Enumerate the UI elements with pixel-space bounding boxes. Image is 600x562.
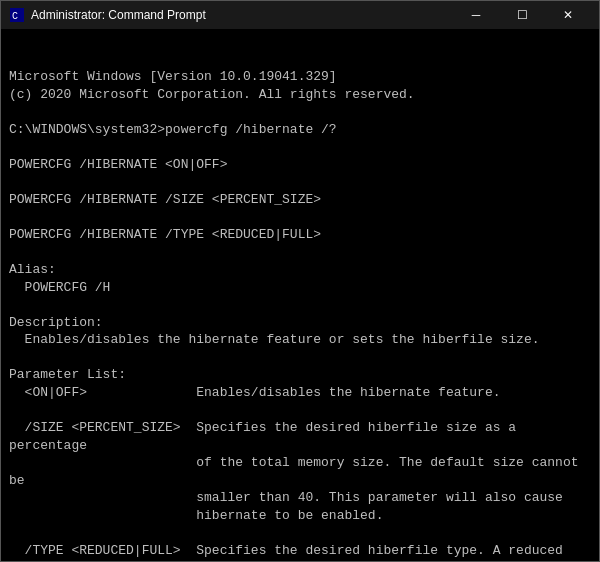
console-line: [9, 296, 591, 314]
console-line: Alias:: [9, 261, 591, 279]
console-line: Description:: [9, 314, 591, 332]
console-line: [9, 208, 591, 226]
console-line: Parameter List:: [9, 366, 591, 384]
svg-text:C: C: [12, 11, 18, 22]
window-title: Administrator: Command Prompt: [31, 8, 453, 22]
console-line: [9, 138, 591, 156]
console-line: Enables/disables the hibernate feature o…: [9, 331, 591, 349]
console-line: POWERCFG /HIBERNATE <ON|OFF>: [9, 156, 591, 174]
console-line: [9, 103, 591, 121]
cmd-window: C Administrator: Command Prompt ─ ☐ ✕ Mi…: [0, 0, 600, 562]
console-line: POWERCFG /HIBERNATE /SIZE <PERCENT_SIZE>: [9, 191, 591, 209]
console-content: Microsoft Windows [Version 10.0.19041.32…: [9, 68, 591, 561]
console-line: [9, 524, 591, 542]
console-line: hibernate to be enabled.: [9, 507, 591, 525]
console-line: POWERCFG /H: [9, 279, 591, 297]
console-line: <ON|OFF> Enables/disables the hibernate …: [9, 384, 591, 402]
title-bar: C Administrator: Command Prompt ─ ☐ ✕: [1, 1, 599, 29]
console-line: [9, 173, 591, 191]
cmd-icon: C: [9, 7, 25, 23]
maximize-button[interactable]: ☐: [499, 1, 545, 29]
console-line: hiberfile only supports hiberboot.: [9, 559, 591, 561]
console-line: C:\WINDOWS\system32>powercfg /hibernate …: [9, 121, 591, 139]
console-line: [9, 244, 591, 262]
console-line: [9, 401, 591, 419]
console-line: Microsoft Windows [Version 10.0.19041.32…: [9, 68, 591, 86]
console-line: /TYPE <REDUCED|FULL> Specifies the desir…: [9, 542, 591, 560]
window-controls: ─ ☐ ✕: [453, 1, 591, 29]
minimize-button[interactable]: ─: [453, 1, 499, 29]
console-line: POWERCFG /HIBERNATE /TYPE <REDUCED|FULL>: [9, 226, 591, 244]
close-button[interactable]: ✕: [545, 1, 591, 29]
console-line: of the total memory size. The default si…: [9, 454, 591, 489]
console-line: /SIZE <PERCENT_SIZE> Specifies the desir…: [9, 419, 591, 454]
console-area[interactable]: Microsoft Windows [Version 10.0.19041.32…: [1, 29, 599, 561]
console-line: [9, 349, 591, 367]
console-line: (c) 2020 Microsoft Corporation. All righ…: [9, 86, 591, 104]
console-line: smaller than 40. This parameter will als…: [9, 489, 591, 507]
